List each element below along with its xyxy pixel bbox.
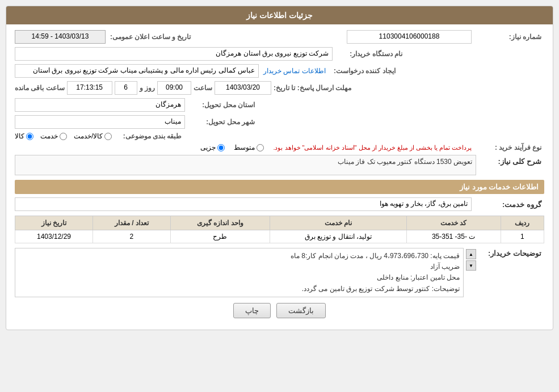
section2-header: اطلاعات خدمات مورد نیاز bbox=[15, 180, 544, 194]
tabaqa-kala-option[interactable]: کالا bbox=[15, 132, 33, 140]
grouh-khadamat-label: گروه خدمت: bbox=[476, 200, 544, 209]
col-vahed: واحد اندازه گیری bbox=[170, 216, 270, 230]
farayand-notice: پرداخت تمام یا بخشی از مبلغ خریدار از مح… bbox=[273, 144, 472, 151]
mohlat-date: 1403/03/20 bbox=[215, 81, 271, 95]
cell-radif: 1 bbox=[501, 230, 544, 243]
mohlat-time: 09:00 bbox=[157, 81, 191, 95]
farayand-motavasset-option[interactable]: متوسط bbox=[234, 144, 264, 151]
farayand-label: نوع فرآیند خرید : bbox=[476, 144, 544, 151]
print-button[interactable]: چاپ bbox=[233, 303, 271, 318]
mohlat-time2: 17:13:15 bbox=[67, 81, 112, 95]
nam-dastgah-value: شرکت توزیع نیروی برق استان هرمزگان bbox=[15, 47, 333, 61]
tabaqa-kala-label: کالا bbox=[15, 132, 24, 140]
mohlat-label: مهلت ارسال پاسخ: تا تاریخ: bbox=[274, 84, 351, 92]
scroll-up-btn[interactable]: ▲ bbox=[466, 249, 476, 259]
shomara-niaz-value: 1103004106000188 bbox=[347, 30, 472, 44]
tabaqa-khadamat-label: خدمت bbox=[40, 132, 58, 140]
ijad-konande-link[interactable]: اطلاعات تماس خریدار bbox=[263, 67, 326, 75]
tabaqa-label: طبقه بندی موضوعی: bbox=[116, 132, 184, 140]
tabaqa-kala-khadamat-label: کالا/خدمت bbox=[74, 132, 103, 140]
cell-nam: تولید، انتقال و توزیع برق bbox=[270, 230, 406, 243]
sharh-label: شرح کلی نیاز: bbox=[476, 155, 544, 166]
back-button[interactable]: بازگشت bbox=[276, 303, 326, 318]
nam-dastgah-label: نام دستگاه خریدار: bbox=[337, 50, 405, 58]
ijad-konande-value: عباس کمالی رئیس اداره مالی و پشتیبانی می… bbox=[15, 64, 259, 78]
cell-tarikh: 1403/12/29 bbox=[15, 230, 93, 243]
farayand-jazei-radio[interactable] bbox=[217, 144, 225, 151]
roz-label: روز و bbox=[140, 84, 155, 92]
tabaqa-kala-khadamat-radio[interactable] bbox=[104, 133, 112, 140]
tawzih-text: قیمت پایه: 4،973،696،730 ریال ، مدت زمان… bbox=[15, 248, 464, 297]
services-table: ردیف کد خدمت نام خدمت واحد اندازه گیری ت… bbox=[15, 216, 544, 243]
farayand-jazei-label: جزیی bbox=[200, 144, 216, 151]
page-title: جزئیات اطلاعات نیاز bbox=[6, 6, 553, 24]
shahr-label: شهر محل تحویل: bbox=[190, 118, 258, 126]
remaining-label: ساعت باقی مانده bbox=[15, 84, 65, 92]
farayand-jazei-option[interactable]: جزیی bbox=[200, 144, 225, 151]
ostan-label: استان محل تحویل: bbox=[190, 101, 258, 109]
col-nam: نام خدمت bbox=[270, 216, 406, 230]
grouh-khadamat-value: تامین برق، گاز، بخار و تهویه هوا bbox=[15, 197, 472, 211]
col-radif: ردیف bbox=[501, 216, 544, 230]
farayand-motavasset-label: متوسط bbox=[234, 144, 255, 151]
ostan-value: هرمزگان bbox=[15, 98, 185, 112]
tabaqa-kala-khadamat-option[interactable]: کالا/خدمت bbox=[74, 132, 112, 140]
tabaqa-khadamat-option[interactable]: خدمت bbox=[40, 132, 67, 140]
shomara-niaz-label: شماره نیاز: bbox=[476, 33, 544, 41]
ijad-konande-label: ایجاد کننده درخواست: bbox=[330, 67, 398, 75]
shahr-value: میناب bbox=[15, 115, 185, 129]
tabaqa-khadamat-radio[interactable] bbox=[60, 133, 67, 140]
farayand-motavasset-radio[interactable] bbox=[257, 144, 264, 151]
saat-label: ساعت bbox=[194, 84, 212, 92]
col-kod: کد خدمت bbox=[406, 216, 501, 230]
tawzih-label: توضیحات خریدار: bbox=[476, 248, 544, 258]
col-tedad: تعداد / مقدار bbox=[93, 216, 170, 230]
tarikh-saat-value: 1403/03/13 - 14:59 bbox=[15, 30, 106, 44]
mohlat-days: 6 bbox=[115, 81, 137, 95]
table-row: 1 ت -35- 351-35 تولید، انتقال و توزیع بر… bbox=[15, 230, 544, 243]
cell-kod: ت -35- 351-35 bbox=[406, 230, 501, 243]
scroll-down-btn[interactable]: ▼ bbox=[466, 260, 476, 271]
tarikh-saat-label: تاریخ و ساعت اعلان عمومی: bbox=[110, 33, 194, 41]
col-tarikh: تاریخ نیاز bbox=[15, 216, 93, 230]
sharh-value: تعویض 1530 دستگاه کنتور معیوب تک فاز مین… bbox=[15, 155, 476, 175]
cell-tedad: 2 bbox=[93, 230, 170, 243]
cell-vahed: طرح bbox=[170, 230, 270, 243]
tabaqa-kala-radio[interactable] bbox=[26, 133, 33, 140]
